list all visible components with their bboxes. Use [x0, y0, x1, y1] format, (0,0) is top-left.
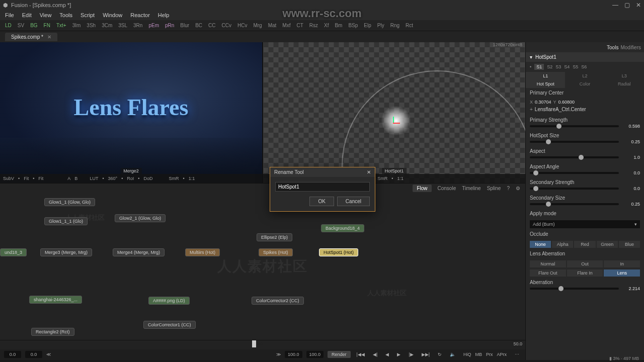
vtb-item[interactable]: Fit [24, 176, 29, 181]
flow-node[interactable]: Ellipse2 (Elp) [257, 233, 292, 241]
menu-script[interactable]: Script [80, 12, 95, 18]
seg-blue[interactable]: Blue [619, 241, 640, 248]
flow-node[interactable]: Merge3 (Merge, Mrg) [40, 248, 92, 256]
tool-rct[interactable]: Rct [406, 23, 413, 28]
tool-fn[interactable]: FN [44, 23, 50, 28]
close-icon[interactable]: ✕ [636, 2, 641, 9]
flow-tab-icon[interactable]: ⚙ [516, 186, 520, 191]
tool-3cm[interactable]: 3Cm [102, 23, 112, 28]
seg-flare-out[interactable]: Flare Out [530, 269, 566, 277]
seg-lens[interactable]: Lens [604, 269, 640, 277]
menu-window[interactable]: Window [103, 12, 122, 18]
vtb-item[interactable]: • [121, 176, 123, 181]
flow-tab-spline[interactable]: Spline [487, 186, 501, 191]
flow-node[interactable]: ColorCorrector2 (CC) [252, 297, 304, 305]
flow-tab-flow[interactable]: Flow [413, 185, 431, 192]
tool-elp[interactable]: Elp [364, 23, 371, 28]
document-tab[interactable]: Spikes.comp * ✕ [5, 33, 57, 41]
vtb-item[interactable]: B [74, 176, 77, 181]
vtb-item[interactable]: LUT [90, 176, 98, 181]
sub-tab[interactable]: Color [565, 80, 604, 88]
tool-ccv[interactable]: CCv [222, 23, 231, 28]
tool-mrg[interactable]: Mrg [253, 23, 262, 28]
vtb-item[interactable]: RoI [127, 176, 134, 181]
tool-prn[interactable]: pRn [165, 23, 174, 28]
vtb-item[interactable]: 1:1 [189, 176, 195, 181]
vtb-item[interactable]: SubV [3, 176, 14, 181]
tool-rsz[interactable]: Rsz [309, 23, 318, 28]
tool-sv[interactable]: SV [18, 23, 24, 28]
vtb-item[interactable]: • [102, 176, 104, 181]
flow-node[interactable]: und18_3 [0, 248, 27, 256]
settings-slot[interactable]: S2 [547, 64, 552, 69]
viewer-left[interactable]: Lens Flares SubV•Fit•FitABLUT•360°•RoI•D… [0, 42, 262, 183]
tool-3sh[interactable]: 3Sh [87, 23, 96, 28]
level-tab[interactable]: L1 [526, 72, 565, 80]
flow-node[interactable]: A####.png (LD) [148, 297, 190, 305]
ok-button[interactable]: OK [309, 197, 334, 206]
tool-ct[interactable]: CT [296, 23, 303, 28]
sub-tab[interactable]: Radial [605, 80, 644, 88]
vtb-item[interactable]: • [33, 176, 34, 181]
tool-bg[interactable]: BG [30, 23, 37, 28]
step-fwd-icon[interactable]: |▶ [407, 351, 415, 358]
seg-alpha[interactable]: Alpha [552, 241, 573, 248]
range-start[interactable]: 0.0 [4, 351, 21, 358]
tool-hcv[interactable]: HCv [237, 23, 247, 28]
playhead[interactable] [252, 340, 256, 347]
settings-slot[interactable]: S1 [534, 64, 544, 70]
vtb-item[interactable]: Fit [38, 176, 43, 181]
slider[interactable] [530, 141, 619, 143]
vtb-item[interactable]: • [183, 176, 185, 181]
aberration-slider[interactable] [530, 288, 619, 290]
vtb-item[interactable]: SmR [377, 176, 387, 181]
flow-tab-console[interactable]: Console [438, 186, 456, 191]
seg-normal[interactable]: Normal [530, 260, 566, 267]
menu-view[interactable]: View [40, 12, 52, 18]
tool-ld[interactable]: LD [5, 23, 12, 28]
tl-aprx[interactable]: APrx [495, 351, 509, 358]
minimize-icon[interactable]: — [612, 2, 618, 9]
time-start[interactable]: 0.0 [25, 351, 42, 358]
slider[interactable] [530, 203, 619, 205]
time-end[interactable]: 100.0 [285, 351, 302, 358]
tool-xf[interactable]: Xf [324, 23, 329, 28]
inspector-tab-tools[interactable]: Tools [607, 45, 618, 50]
tool-3sl[interactable]: 3SL [118, 23, 127, 28]
settings-slot[interactable]: S5 [573, 64, 578, 69]
vtb-item[interactable]: • [138, 176, 139, 181]
render-button[interactable]: Render [328, 351, 351, 358]
prev-key-icon[interactable]: ≪ [46, 352, 51, 357]
plus-icon[interactable]: + [530, 107, 533, 112]
collapse-icon[interactable]: ▾ [530, 54, 532, 60]
tool-blur[interactable]: Blur [180, 23, 189, 28]
seg-red[interactable]: Red [574, 241, 595, 248]
viewer-right[interactable]: 1280x720xint8 Snap•LUT•360°•RoI•DoDSmR•1… [263, 42, 525, 183]
go-start-icon[interactable]: |◀◀ [355, 351, 367, 358]
inspector-tab-modifiers[interactable]: Modifiers [620, 45, 641, 50]
slider[interactable] [530, 156, 619, 158]
flow-node[interactable]: Multiirs (Hot) [185, 248, 220, 256]
rename-input[interactable] [275, 182, 370, 192]
tab-close-icon[interactable]: ✕ [47, 34, 51, 40]
slider[interactable] [530, 188, 619, 190]
seg-in[interactable]: In [604, 260, 640, 267]
next-key-icon[interactable]: ≫ [276, 352, 281, 357]
loop-icon[interactable]: ↻ [436, 351, 444, 358]
menu-file[interactable]: File [5, 12, 14, 18]
expression-link[interactable]: + LensflareA_Ctrl.Center [526, 106, 644, 115]
tl-hiq[interactable]: HiQ [461, 351, 473, 358]
seg-flare-in[interactable]: Flare In [567, 269, 603, 277]
go-end-icon[interactable]: ▶▶| [420, 351, 432, 358]
tool-bsp[interactable]: BSp [348, 23, 358, 28]
tool-bm[interactable]: Bm [335, 23, 342, 28]
vtb-item[interactable]: 360° [108, 176, 118, 181]
flow-tab-icon[interactable]: ? [507, 186, 510, 191]
settings-icon[interactable]: ⋯ [513, 351, 521, 358]
flow-node[interactable]: shanghai-2446326_... [29, 296, 82, 304]
flow-node[interactable]: Glow1_1 (Glow, Glo) [44, 198, 95, 206]
cancel-button[interactable]: Cancel [337, 197, 370, 206]
tool-pem[interactable]: pEm [148, 23, 159, 28]
maximize-icon[interactable]: ▢ [624, 2, 630, 9]
vtb-item[interactable]: DoD [144, 176, 153, 181]
